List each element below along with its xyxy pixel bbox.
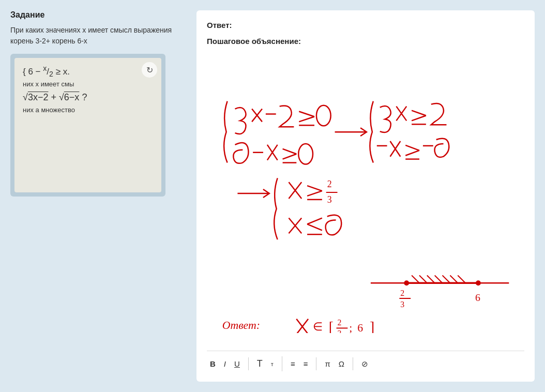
math-svg: 2 3 <box>207 54 524 333</box>
image-inner: { 6 − x/2 ≥ x. них x имеет смы √3x−2 + √… <box>14 58 161 192</box>
bold-button[interactable]: B <box>207 357 219 370</box>
right-panel: Ответ: Пошаговое объяснение: <box>196 10 535 382</box>
image-container: { 6 − x/2 ≥ x. них x имеет смы √3x−2 + √… <box>10 54 165 197</box>
svg-line-33 <box>427 275 435 283</box>
svg-text:[: [ <box>329 319 334 333</box>
svg-text:6: 6 <box>357 322 363 333</box>
svg-line-15 <box>405 145 419 150</box>
text-format-group: B I U <box>207 357 249 370</box>
svg-line-1 <box>299 112 314 117</box>
svg-point-39 <box>476 280 481 285</box>
svg-line-35 <box>443 275 450 283</box>
svg-line-26 <box>307 218 322 224</box>
left-panel: Задание При каких значениях x имеет смыс… <box>10 10 186 382</box>
svg-line-21 <box>307 191 322 196</box>
text-large-button[interactable]: T <box>254 356 266 371</box>
svg-line-7 <box>283 154 297 159</box>
svg-line-31 <box>412 275 419 283</box>
svg-point-38 <box>404 280 409 285</box>
image-line-4: них а множество <box>23 106 75 114</box>
image-line-3: √3x−2 + √6−x ? <box>23 92 87 103</box>
list-unordered-button[interactable]: ≡ <box>300 357 311 370</box>
svg-text:Ответ:: Ответ: <box>222 319 260 331</box>
svg-text:3: 3 <box>338 329 342 333</box>
svg-text:6: 6 <box>475 292 480 303</box>
svg-line-37 <box>458 275 465 283</box>
svg-line-16 <box>405 150 419 156</box>
svg-line-27 <box>307 224 322 230</box>
svg-text:]: ] <box>370 319 374 333</box>
svg-line-34 <box>435 275 443 283</box>
svg-point-9 <box>298 144 313 164</box>
list-ordered-button[interactable]: ≡ <box>287 357 298 370</box>
link-button[interactable]: ⊘ <box>358 357 371 371</box>
special-chars-group: π Ω <box>322 357 353 370</box>
pi-button[interactable]: π <box>322 357 333 370</box>
math-content: 2 3 <box>207 54 524 351</box>
svg-text:∈: ∈ <box>313 321 323 333</box>
svg-line-11 <box>412 111 426 116</box>
svg-line-2 <box>299 116 314 122</box>
image-line-1: { 6 − x/2 ≥ x. <box>23 64 70 78</box>
link-group: ⊘ <box>358 357 376 371</box>
svg-line-36 <box>450 275 458 283</box>
refresh-button[interactable]: ↻ <box>142 62 157 78</box>
svg-line-12 <box>412 115 426 120</box>
omega-button[interactable]: Ω <box>336 357 347 370</box>
svg-text:3: 3 <box>327 194 332 205</box>
toolbar: B I U T т ≡ ≡ π Ω ⊘ <box>207 351 524 371</box>
svg-text:2: 2 <box>338 318 342 327</box>
list-group: ≡ ≡ <box>287 357 317 370</box>
step-label: Пошаговое объяснение: <box>207 37 524 46</box>
svg-text:2: 2 <box>400 289 404 297</box>
answer-label: Ответ: <box>207 21 524 29</box>
text-size-group: T т <box>254 356 282 371</box>
svg-line-32 <box>419 275 427 283</box>
image-overlay: { 6 − x/2 ≥ x. них x имеет смы √3x−2 + √… <box>14 58 161 192</box>
svg-line-20 <box>307 186 322 191</box>
svg-line-6 <box>283 149 297 154</box>
task-description: При каких значениях x имеет смысл выраже… <box>10 25 186 47</box>
underline-button[interactable]: U <box>231 357 243 370</box>
task-title: Задание <box>10 10 186 20</box>
text-small-button[interactable]: т <box>268 359 277 369</box>
image-line-2: них x имеет смы <box>23 80 74 88</box>
svg-text:3: 3 <box>400 300 404 309</box>
svg-text:2: 2 <box>327 179 332 189</box>
italic-button[interactable]: I <box>221 357 229 370</box>
svg-text:;: ; <box>349 322 352 333</box>
svg-point-4 <box>316 105 331 126</box>
